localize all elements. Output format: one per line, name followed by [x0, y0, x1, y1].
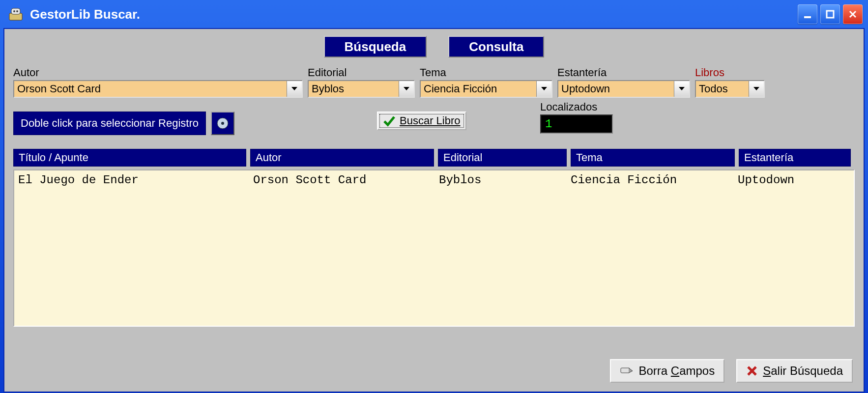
- estanteria-label: Estantería: [557, 66, 690, 79]
- svg-point-7: [221, 122, 224, 125]
- col-estanteria[interactable]: Estantería: [739, 149, 851, 167]
- salir-busqueda-button[interactable]: Salir Búsqueda: [736, 359, 853, 383]
- estanteria-combo[interactable]: Uptodown: [557, 80, 690, 98]
- tab-consulta[interactable]: Consulta: [448, 36, 544, 57]
- close-button[interactable]: [843, 4, 863, 24]
- estanteria-value: Uptodown: [558, 81, 674, 97]
- app-window: GestorLib Buscar. Búsqueda Consulta Auto…: [0, 0, 868, 393]
- salir-busqueda-label: Salir Búsqueda: [763, 364, 843, 378]
- borra-campos-button[interactable]: Borra Campos: [610, 359, 724, 383]
- cell-estanteria: Uptodown: [734, 173, 848, 187]
- hint-label: Doble click para seleccionar Registro: [13, 112, 206, 135]
- tema-value: Ciencia Ficción: [421, 81, 536, 97]
- col-autor[interactable]: Autor: [250, 149, 434, 167]
- col-titulo[interactable]: Título / Apunte: [13, 149, 246, 167]
- cd-icon-button[interactable]: [211, 112, 234, 135]
- dropdown-icon[interactable]: [399, 81, 414, 97]
- col-editorial[interactable]: Editorial: [438, 149, 567, 167]
- editorial-label: Editorial: [308, 66, 415, 79]
- dropdown-icon[interactable]: [674, 81, 689, 97]
- borra-campos-label: Borra Campos: [638, 364, 715, 378]
- cell-titulo: El Juego de Ender: [14, 173, 249, 187]
- dropdown-icon[interactable]: [287, 81, 302, 97]
- dropdown-icon[interactable]: [536, 81, 551, 97]
- cell-editorial: Byblos: [435, 173, 567, 187]
- check-icon: [383, 114, 396, 127]
- cell-autor: Orson Scott Card: [249, 173, 435, 187]
- localizados-label: Localizados: [540, 101, 613, 113]
- eraser-icon: [620, 365, 634, 377]
- libros-combo[interactable]: Todos: [695, 80, 765, 98]
- editorial-value: Byblos: [309, 81, 399, 97]
- results-grid[interactable]: El Juego de Ender Orson Scott Card Byblo…: [13, 169, 855, 327]
- editorial-combo[interactable]: Byblos: [308, 80, 415, 98]
- minimize-button[interactable]: [798, 4, 817, 24]
- close-icon: [746, 365, 758, 377]
- tema-combo[interactable]: Ciencia Ficción: [420, 80, 552, 98]
- window-title: GestorLib Buscar.: [30, 7, 140, 22]
- cell-tema: Ciencia Ficción: [567, 173, 734, 187]
- svg-rect-5: [827, 11, 834, 18]
- libros-label: Libros: [695, 66, 765, 79]
- svg-rect-1: [11, 8, 20, 14]
- buscar-libro-button[interactable]: Buscar Libro: [377, 112, 466, 130]
- client-area: Búsqueda Consulta Autor Orson Scott Card…: [3, 28, 865, 393]
- libros-value: Todos: [696, 81, 749, 97]
- tema-label: Tema: [420, 66, 552, 79]
- svg-rect-8: [621, 368, 630, 373]
- svg-rect-4: [804, 16, 811, 18]
- app-icon: [8, 7, 23, 21]
- autor-label: Autor: [13, 66, 303, 79]
- tab-busqueda[interactable]: Búsqueda: [324, 36, 427, 57]
- col-tema[interactable]: Tema: [571, 149, 735, 167]
- dropdown-icon[interactable]: [749, 81, 764, 97]
- title-bar: GestorLib Buscar.: [3, 3, 865, 28]
- table-row[interactable]: El Juego de Ender Orson Scott Card Byblo…: [14, 173, 854, 187]
- autor-combo[interactable]: Orson Scott Card: [13, 80, 303, 98]
- maximize-button[interactable]: [820, 4, 840, 24]
- buscar-libro-label: Buscar Libro: [400, 114, 461, 127]
- svg-point-2: [13, 10, 15, 12]
- svg-point-3: [16, 10, 18, 12]
- autor-value: Orson Scott Card: [14, 81, 287, 97]
- localizados-value: 1: [540, 114, 613, 134]
